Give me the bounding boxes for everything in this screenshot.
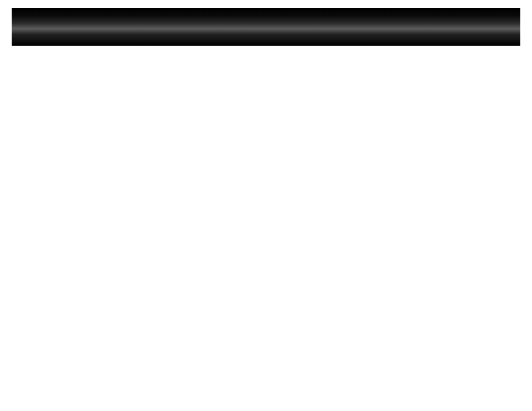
page-banner	[12, 8, 520, 46]
